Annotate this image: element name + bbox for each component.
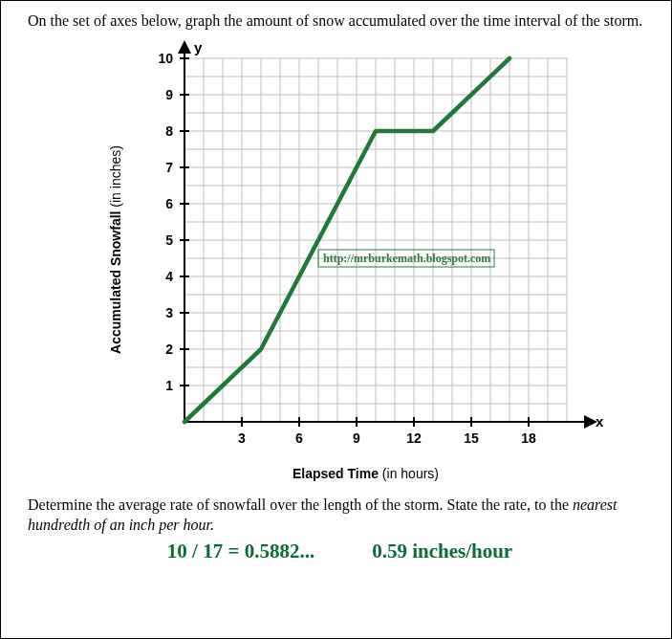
x-axis-label-bold: Elapsed Time <box>293 466 379 481</box>
x-axis-label-rest: (in hours) <box>379 466 439 481</box>
svg-text:3: 3 <box>238 430 246 446</box>
y-axis-label-bold: Accumulated Snowfall <box>108 210 123 353</box>
answer-calculation: 10 / 17 = 0.5882... <box>167 540 314 563</box>
svg-text:7: 7 <box>165 160 173 175</box>
answer-row: 10 / 17 = 0.5882... 0.59 inches/hour <box>28 540 652 563</box>
question-prompt: On the set of axes below, graph the amou… <box>28 11 652 32</box>
svg-text:5: 5 <box>165 232 173 248</box>
svg-text:6: 6 <box>295 430 303 446</box>
svg-text:12: 12 <box>406 430 422 446</box>
y-tick-labels: 1 2 3 4 5 6 7 8 9 10 <box>158 51 173 393</box>
y-axis-label: Accumulated Snowfall (in inches) <box>108 145 123 354</box>
answer-value: 0.59 inches/hour <box>372 540 512 563</box>
watermark-text: http://mrburkemath.blogspot.com <box>323 252 490 265</box>
x-tick-labels: 3 6 9 12 15 18 <box>238 430 536 446</box>
svg-text:2: 2 <box>165 342 173 357</box>
svg-text:3: 3 <box>165 305 173 320</box>
svg-text:9: 9 <box>165 87 173 102</box>
svg-text:6: 6 <box>165 196 173 211</box>
svg-text:15: 15 <box>464 430 479 446</box>
worksheet-page: On the set of axes below, graph the amou… <box>0 0 672 639</box>
svg-text:10: 10 <box>158 51 173 66</box>
svg-text:1: 1 <box>165 378 173 393</box>
x-axis-label: Elapsed Time (in hours) <box>79 466 652 481</box>
y-axis-letter: y <box>194 39 203 55</box>
svg-text:18: 18 <box>521 430 536 446</box>
svg-text:8: 8 <box>165 123 173 139</box>
question-2-text-a: Determine the average rate of snowfall o… <box>28 496 573 513</box>
chart-area: Accumulated Snowfall (in inches) <box>56 39 652 460</box>
question-2: Determine the average rate of snowfall o… <box>28 495 652 536</box>
x-axis-letter: x <box>596 413 604 430</box>
y-axis-label-wrap: Accumulated Snowfall (in inches) <box>104 242 127 257</box>
svg-text:4: 4 <box>165 269 173 284</box>
svg-text:9: 9 <box>353 430 360 446</box>
y-axis-label-rest: (in inches) <box>108 145 123 210</box>
snowfall-chart: 1 2 3 4 5 6 7 8 9 10 3 6 9 12 <box>127 39 605 460</box>
